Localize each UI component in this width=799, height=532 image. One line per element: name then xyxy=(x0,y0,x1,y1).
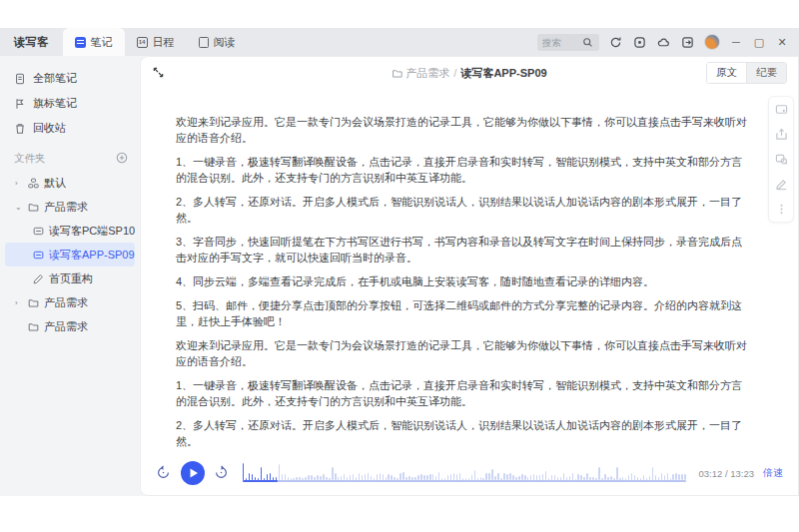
avatar[interactable] xyxy=(704,34,720,50)
breadcrumb-separator: / xyxy=(453,67,456,79)
app-window: 读写客 笔记 14 日程 阅读 xyxy=(0,28,799,496)
tab-notes-label: 笔记 xyxy=(91,35,113,50)
tab-notes[interactable]: 笔记 xyxy=(63,28,125,56)
sidebar-item-home-refactor[interactable]: 首页重构 xyxy=(5,266,135,290)
edit-pen-icon[interactable] xyxy=(775,178,788,191)
page-title: 读写客APP-SP09 xyxy=(460,66,546,81)
waveform-seekbar[interactable] xyxy=(243,463,686,483)
maximize-button[interactable]: ▢ xyxy=(752,36,766,49)
rewind-icon[interactable] xyxy=(156,465,172,481)
cloud-icon[interactable] xyxy=(656,35,671,50)
chevron-right-icon: › xyxy=(15,179,23,188)
transcript-paragraph: 1、一键录音，极速转写翻译唤醒设备，点击记录，直接开启录音和实时转写，智能识别模… xyxy=(176,154,753,186)
save-card-icon[interactable] xyxy=(775,103,788,116)
tree-item-label: 产品需求 xyxy=(44,319,88,334)
sidebar-item-product-req-3[interactable]: 产品需求 xyxy=(5,314,135,338)
sidebar-item-default[interactable]: › 默认 xyxy=(5,171,135,195)
audio-player: 03:12 / 13:23 倍速 xyxy=(140,456,799,496)
search-input[interactable] xyxy=(542,37,578,48)
transcript-paragraph: 欢迎来到记录应用。它是一款专门为会议场景打造的记录工具，它能够为你做以下事情，你… xyxy=(176,337,753,369)
folder-icon xyxy=(28,321,39,332)
trash-icon xyxy=(14,123,26,135)
tab-reading-label: 阅读 xyxy=(214,35,236,50)
titlebar-actions: ─ ▢ ✕ xyxy=(537,28,799,56)
transcript-content[interactable]: 欢迎来到记录应用。它是一款专门为会议场景打造的记录工具，它能够为你做以下事情，你… xyxy=(140,90,799,456)
sidebar-item-label: 回收站 xyxy=(33,121,66,136)
transcript-paragraph: 2、多人转写，还原对话。开启多人模式后，智能识别说话人，识别结果以说话人加说话内… xyxy=(176,417,753,449)
sidebar-item-note-app-sp09[interactable]: 读写客APP-SP09 xyxy=(5,243,135,266)
record-icon[interactable] xyxy=(632,35,647,50)
chevron-right-icon: › xyxy=(15,298,23,307)
main-header: 产品需求 / 读写客APP-SP09 原文 纪要 xyxy=(140,56,799,90)
sidebar-item-product-req-2[interactable]: › 产品需求 xyxy=(5,290,135,314)
play-button[interactable] xyxy=(181,461,205,485)
transcript-paragraph: 1、一键录音，极速转写翻译唤醒设备，点击记录，直接开启录音和实时转写，智能识别模… xyxy=(176,377,753,409)
notes-icon xyxy=(75,37,86,48)
more-dots-icon[interactable] xyxy=(775,203,788,216)
folder-icon xyxy=(392,68,402,79)
tree-item-label: 产品需求 xyxy=(44,200,88,215)
original-text-button[interactable]: 原文 xyxy=(707,63,747,83)
forward-icon[interactable] xyxy=(214,465,230,481)
folders-header: 文件夹 xyxy=(0,147,140,171)
sidebar-item-all-notes[interactable]: 全部笔记 xyxy=(0,66,140,91)
transcript-paragraph: 3、字音同步，快速回听提笔在下方书写区进行书写，书写内容和录音以及转写文字在时间… xyxy=(176,234,753,266)
play-icon xyxy=(189,468,199,478)
app-name: 读写客 xyxy=(0,28,63,56)
tree-item-label: 默认 xyxy=(44,176,66,191)
sidebar-item-label: 旗标笔记 xyxy=(33,96,77,111)
search-icon xyxy=(582,37,593,48)
titlebar: 读写客 笔记 14 日程 阅读 xyxy=(0,28,799,56)
main-panel: 产品需求 / 读写客APP-SP09 原文 纪要 xyxy=(140,56,799,496)
sidebar-item-note-pc-sp10[interactable]: 读写客PC端SP10 xyxy=(5,219,135,243)
tree-item-label: 读写客PC端SP10 xyxy=(49,224,135,239)
breadcrumb: 产品需求 / 读写客APP-SP09 xyxy=(392,66,546,81)
transcript-paragraph: 5、扫码、邮件，便捷分享点击顶部的分享按钮，可选择二维码或邮件的方式分享完整的记… xyxy=(176,297,753,329)
translate-search-icon[interactable] xyxy=(775,153,788,166)
export-icon[interactable] xyxy=(680,35,695,50)
book-icon xyxy=(199,37,209,48)
tab-schedule[interactable]: 14 日程 xyxy=(125,28,187,56)
sidebar-item-trash[interactable]: 回收站 xyxy=(0,116,140,141)
note-card-icon xyxy=(33,250,44,261)
expand-icon[interactable] xyxy=(152,65,168,81)
search-box[interactable] xyxy=(537,34,599,51)
breadcrumb-folder[interactable]: 产品需求 xyxy=(392,66,449,81)
close-button[interactable]: ✕ xyxy=(775,36,789,49)
share-icon[interactable] xyxy=(775,128,788,141)
tab-reading[interactable]: 阅读 xyxy=(187,28,248,56)
sidebar: 全部笔记 旗标笔记 回收站 文件夹 › xyxy=(0,56,140,496)
breadcrumb-folder-label: 产品需求 xyxy=(405,66,449,81)
body: 全部笔记 旗标笔记 回收站 文件夹 › xyxy=(0,56,799,496)
sidebar-item-product-req-1[interactable]: ⌄ 产品需求 xyxy=(5,195,135,219)
chevron-down-icon: ⌄ xyxy=(15,203,23,212)
flag-icon xyxy=(14,98,26,110)
sidebar-item-flagged-notes[interactable]: 旗标笔记 xyxy=(0,91,140,116)
total-time: 13:23 xyxy=(730,468,754,479)
group-icon xyxy=(28,178,39,189)
folder-icon xyxy=(28,202,39,213)
current-time: 03:12 xyxy=(699,468,723,479)
note-card-icon xyxy=(33,226,44,237)
plus-circle-icon xyxy=(116,152,128,164)
side-tool-rail xyxy=(768,96,794,223)
transcript-paragraph: 欢迎来到记录应用。它是一款专门为会议场景打造的记录工具，它能够为你做以下事情，你… xyxy=(176,114,753,146)
tree-item-label: 产品需求 xyxy=(44,295,88,310)
sidebar-item-label: 全部笔记 xyxy=(33,71,77,86)
minimize-button[interactable]: ─ xyxy=(729,36,743,48)
folder-icon xyxy=(28,297,39,308)
time-display: 03:12 / 13:23 xyxy=(699,468,754,479)
waveform-bars xyxy=(243,463,686,480)
transcript-paragraph: 2、多人转写，还原对话。开启多人模式后，智能识别说话人，识别结果以说话人加说话内… xyxy=(176,194,753,226)
screen: 读写客 笔记 14 日程 阅读 xyxy=(0,0,799,532)
calendar-icon: 14 xyxy=(137,37,148,48)
summary-button[interactable]: 纪要 xyxy=(747,63,786,83)
tree-item-label: 首页重构 xyxy=(49,271,93,286)
progress-track xyxy=(243,480,686,483)
sync-icon[interactable] xyxy=(608,35,623,50)
folders-label: 文件夹 xyxy=(14,152,46,166)
transcript-paragraph: 4、同步云端，多端查看记录完成后，在手机或电脑上安装读写客，随时随地查看记录的详… xyxy=(176,273,753,289)
add-folder-button[interactable] xyxy=(116,152,128,166)
playback-speed-button[interactable]: 倍速 xyxy=(763,466,783,480)
tree-item-label: 读写客APP-SP09 xyxy=(49,248,135,263)
